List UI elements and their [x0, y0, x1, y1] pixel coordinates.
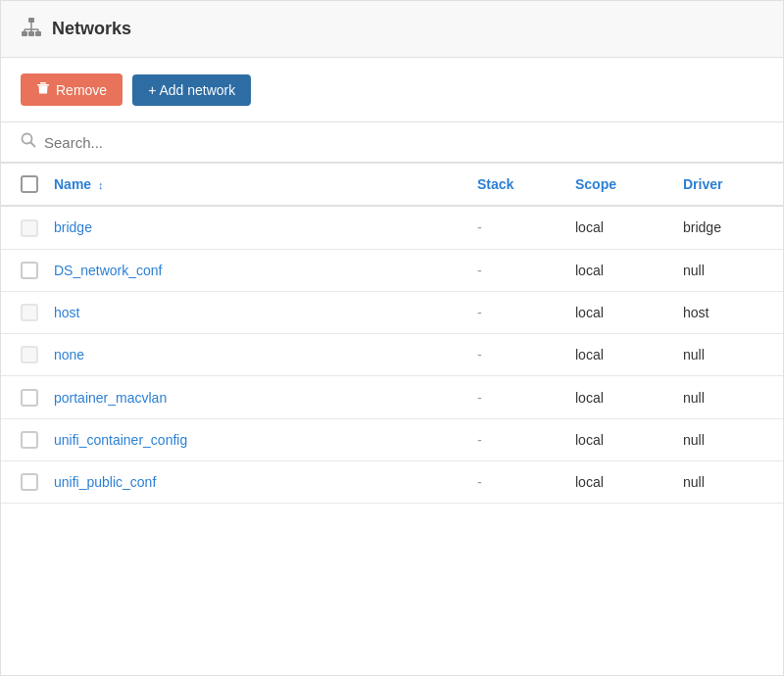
svg-rect-9 [37, 84, 49, 86]
row-checkbox [21, 219, 38, 237]
row-stack-cell: - [469, 461, 567, 504]
search-icon [21, 132, 36, 152]
row-checkbox-cell [1, 334, 46, 376]
row-checkbox [21, 304, 38, 321]
table-row: host - local host [1, 291, 783, 333]
search-input[interactable] [44, 134, 763, 151]
row-driver-cell: null [675, 461, 783, 504]
sort-icon: ↕ [98, 179, 104, 191]
page-header: Networks [1, 1, 783, 58]
row-checkbox [21, 346, 38, 363]
row-scope-cell: local [567, 418, 675, 460]
row-driver-cell: null [675, 249, 783, 291]
row-scope-cell: local [567, 206, 675, 249]
network-icon [21, 17, 42, 41]
col-header-scope[interactable]: Scope [567, 164, 675, 206]
row-name-cell: host [46, 291, 469, 333]
toolbar: Remove + Add network [1, 58, 783, 122]
row-stack-cell: - [469, 376, 567, 418]
svg-rect-0 [28, 18, 34, 23]
row-checkbox-cell [1, 291, 46, 333]
row-name-cell: unifi_container_config [46, 418, 469, 460]
row-checkbox-cell [1, 376, 46, 418]
remove-label: Remove [56, 82, 107, 98]
row-stack-cell: - [469, 334, 567, 376]
table-row: bridge - local bridge [1, 206, 783, 249]
networks-table: Name ↕ Stack Scope Driver bridge - [1, 164, 783, 504]
row-checkbox[interactable] [21, 473, 38, 491]
row-scope-cell: local [567, 376, 675, 418]
remove-button[interactable]: Remove [21, 73, 122, 106]
table-row: unifi_public_conf - local null [1, 461, 783, 504]
row-checkbox-cell [1, 249, 46, 291]
network-name-link[interactable]: unifi_public_conf [54, 474, 156, 490]
table-header-row: Name ↕ Stack Scope Driver [1, 164, 783, 206]
network-name-link[interactable]: none [54, 347, 84, 362]
row-checkbox[interactable] [21, 389, 38, 407]
select-all-checkbox[interactable] [21, 175, 38, 193]
svg-rect-1 [22, 31, 27, 36]
networks-page: Networks Remove + Add network [0, 0, 784, 676]
network-name-link[interactable]: portainer_macvlan [54, 390, 167, 406]
row-driver-cell: null [675, 418, 783, 460]
row-scope-cell: local [567, 249, 675, 291]
row-name-cell: none [46, 334, 469, 376]
svg-rect-10 [40, 82, 46, 84]
trash-icon [36, 81, 50, 98]
svg-line-12 [31, 143, 35, 147]
row-stack-cell: - [469, 418, 567, 460]
search-bar [1, 122, 783, 164]
row-name-cell: portainer_macvlan [46, 376, 469, 418]
col-header-name[interactable]: Name ↕ [46, 164, 469, 206]
row-stack-cell: - [469, 206, 567, 249]
row-checkbox[interactable] [21, 431, 38, 449]
network-name-link[interactable]: host [54, 305, 79, 320]
network-name-link[interactable]: DS_network_conf [54, 263, 163, 278]
row-driver-cell: null [675, 376, 783, 418]
table-row: portainer_macvlan - local null [1, 376, 783, 418]
table-row: unifi_container_config - local null [1, 418, 783, 460]
row-scope-cell: local [567, 334, 675, 376]
row-name-cell: bridge [46, 206, 469, 249]
row-stack-cell: - [469, 249, 567, 291]
svg-rect-3 [35, 31, 41, 36]
row-driver-cell: host [675, 291, 783, 333]
row-driver-cell: bridge [675, 206, 783, 249]
col-header-driver[interactable]: Driver [675, 164, 783, 206]
row-driver-cell: null [675, 334, 783, 376]
table-row: DS_network_conf - local null [1, 249, 783, 291]
row-name-cell: unifi_public_conf [46, 461, 469, 504]
row-scope-cell: local [567, 291, 675, 333]
svg-rect-2 [28, 31, 34, 36]
add-network-button[interactable]: + Add network [132, 74, 251, 106]
row-checkbox-cell [1, 206, 46, 249]
add-network-label: + Add network [148, 82, 235, 98]
page-title: Networks [52, 19, 131, 39]
table-row: none - local null [1, 334, 783, 376]
row-name-cell: DS_network_conf [46, 249, 469, 291]
row-scope-cell: local [567, 461, 675, 504]
select-all-header [1, 164, 46, 206]
row-checkbox-cell [1, 461, 46, 504]
row-checkbox[interactable] [21, 262, 38, 279]
row-checkbox-cell [1, 418, 46, 460]
network-name-link[interactable]: bridge [54, 219, 92, 235]
network-name-link[interactable]: unifi_container_config [54, 432, 187, 448]
col-header-stack[interactable]: Stack [469, 164, 567, 206]
row-stack-cell: - [469, 291, 567, 333]
